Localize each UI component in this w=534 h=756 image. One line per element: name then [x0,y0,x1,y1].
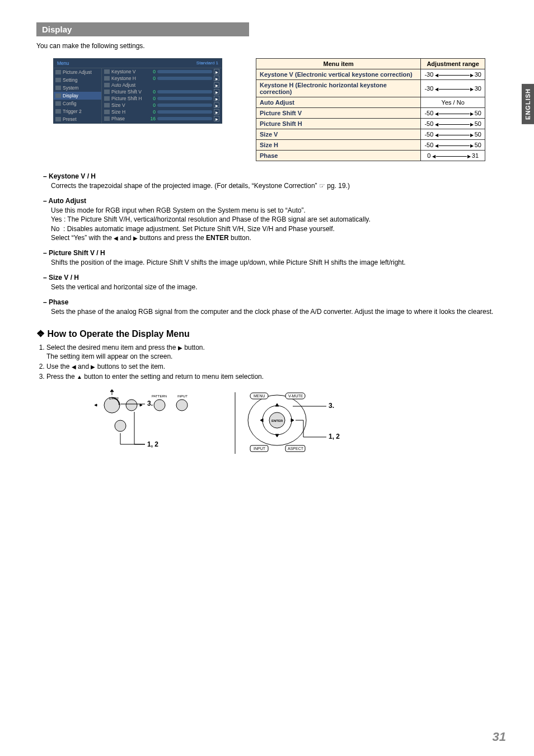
osd-standard-label: Standard 1 [196,60,218,66]
right-arrow-icon: ▶ [470,73,475,78]
osd-slider-bar [157,77,212,80]
table-range-cell: -30 ◀▶ 30 [421,69,485,80]
osd-row: Keystone V0▶ [102,68,222,75]
left-arrow-icon: ◀ [430,154,435,159]
osd-row-value: 16 [148,116,156,121]
table-range-cell: 0 ◀▶ 31 [421,151,485,161]
text: No : Disables automatic image adjustment… [51,225,335,233]
range-line [439,75,470,76]
right-arrow-icon: ▶ [470,122,475,127]
osd-row: Picture Shift H0▶ [102,95,222,102]
right-arrow-icon: ▶ [214,69,219,74]
svg-marker-14 [291,419,294,422]
callout-12: 1, 2 [329,433,340,440]
table-range-cell: -30 ◀▶ 30 [421,80,485,97]
desc-title: – Size V / H [43,274,506,281]
desc-title: – Picture Shift V / H [43,249,506,257]
range-low: -30 [424,71,433,78]
text: button to enter the setting and return t… [82,373,264,381]
table-item-label: Size V [256,129,421,140]
right-arrow-icon: ▶ [467,154,472,159]
callout-12: 1, 2 [147,440,158,448]
table-item-label: Keystone V (Electronic vertical keystone… [256,69,421,80]
text: buttons to set the item. [95,363,165,370]
desc-body: Sets the vertical and horizontal size of… [51,283,506,292]
table-item-label: Size H [256,140,421,151]
osd-row-label: Size H [111,109,146,115]
adjustment-range-table: Menu item Adjustment range Keystone V (E… [256,58,485,161]
osd-row-label: Auto Adjust [111,82,146,88]
text: buttons and press the [138,234,206,242]
section-header: Display [36,22,249,36]
desc-keystone: – Keystone V / H Corrects the trapezoida… [43,172,506,190]
osd-row-value: 0 [148,69,156,74]
right-arrow-icon: ▶ [214,102,219,108]
range-low: -50 [424,142,433,148]
osd-left-item: Trigger 2 [54,107,101,115]
text: Select the desired menu item and press t… [46,344,178,351]
text: button. [229,234,251,242]
osd-row-label: Picture Shift H [111,96,146,101]
howto-title-text: How to Operate the Display Menu [47,329,189,339]
osd-row-value: 0 [148,109,156,115]
right-arrow-icon: ▶ [470,87,475,92]
osd-row: Picture Shift V0▶ [102,88,222,95]
osd-row-label: Picture Shift V [111,89,146,95]
desc-title: – Auto Adjust [43,197,506,205]
svg-marker-13 [260,419,263,422]
text: and [118,234,133,242]
table-range-cell: -50 ◀▶ 50 [421,129,485,140]
step-3: Press the ▲ button to enter the setting … [46,372,506,381]
desc-title: – Keystone V / H [43,172,506,180]
range-line [439,135,470,135]
row-icon [104,116,110,121]
table-header-item: Menu item [256,59,421,69]
diamond-icon: ❖ [36,328,45,339]
desc-body: Shifts the position of the image. Pictur… [51,258,506,267]
page-number: 31 [493,730,506,744]
range-high: 30 [475,85,481,92]
left-arrow-icon: ◀ [433,133,438,138]
osd-left-label: Preset [63,116,77,122]
right-arrow-icon: ▶ [178,345,182,351]
table-row: Phase0 ◀▶ 31 [256,151,485,161]
osd-left-label: Display [63,93,78,98]
left-arrow-icon: ◀ [433,73,438,78]
desc-body: Corrects the trapezoidal shape of the pr… [51,181,506,190]
svg-marker-4 [140,404,142,406]
table-row: Keystone V (Electronic vertical keystone… [256,69,485,80]
menu-icon [55,109,61,114]
right-arrow-icon: ▶ [214,82,219,88]
table-item-label: Picture Shift V [256,108,421,119]
svg-marker-12 [275,434,279,437]
osd-left-item: Config [54,100,101,107]
text: and [76,363,91,370]
osd-left-label: Setting [63,77,77,83]
osd-row-label: Keystone V [111,69,146,74]
table-range-cell: -50 ◀▶ 50 [421,140,485,151]
table-row: Auto AdjustYes / No [256,97,485,108]
osd-row-value: 0 [148,89,156,95]
pattern-label: PATTERN [152,395,167,398]
vmute-label: V-MUTE [288,394,303,398]
enter-label: ENTER [271,419,283,422]
remote-figure: ENTER PATTERN INPUT 3. 1, 2 [81,389,199,451]
range-low: -30 [424,85,433,92]
range-high: 50 [475,142,481,148]
table-row: Picture Shift V-50 ◀▶ 50 [256,108,485,119]
table-range-cell: -50 ◀▶ 50 [421,119,485,129]
osd-row: Keystone H0▶ [102,75,222,82]
row-icon [104,110,110,114]
row-icon [104,103,110,107]
language-tab: ENGLISH [522,84,534,124]
aspect-label: ASPECT [288,447,304,450]
range-low: -50 [424,120,433,127]
desc-picture-shift: – Picture Shift V / H Shifts the positio… [43,249,506,267]
table-range-cell: -50 ◀▶ 50 [421,108,485,119]
row-icon [104,76,110,81]
text: Select “Yes” with the [51,234,114,242]
text: Yes : The Picture Shift V/H, vertical/ho… [51,215,371,223]
osd-row-value: 0 [148,102,156,108]
menu-icon [55,101,61,106]
right-arrow-icon: ▶ [470,143,475,148]
